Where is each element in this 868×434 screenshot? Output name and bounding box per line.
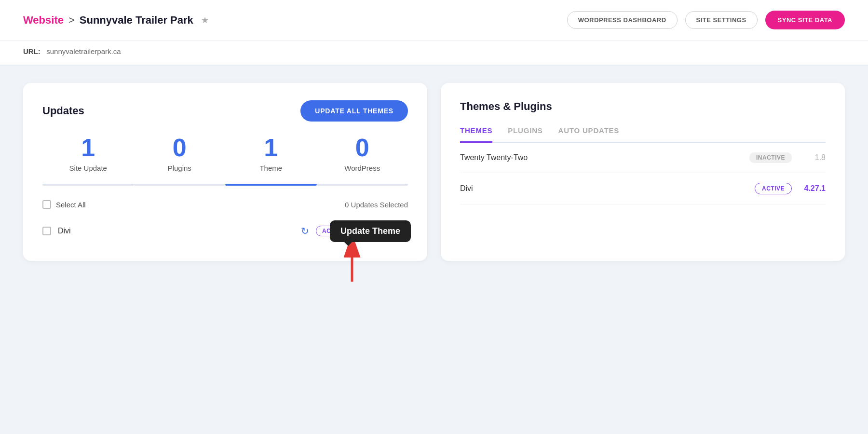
themes-tabs: THEMES PLUGINS AUTO UPDATES (460, 126, 826, 143)
stats-row: 1 Site Update 0 Plugins 1 Theme 0 WordPr… (42, 135, 408, 172)
breadcrumb-site-name: Sunnyvale Trailer Park (80, 14, 193, 27)
select-all-row: Select All (42, 200, 86, 209)
divi-checkbox[interactable] (42, 227, 51, 235)
refresh-wrapper: ↻ Update Theme (301, 225, 309, 237)
themes-card-header: Themes & Plugins (460, 100, 826, 113)
updates-selected-count: 0 Updates Selected (345, 201, 408, 209)
sync-site-data-button[interactable]: SYNC SITE DATA (765, 11, 845, 29)
themes-plugins-card: Themes & Plugins THEMES PLUGINS AUTO UPD… (441, 83, 845, 261)
breadcrumb-website[interactable]: Website (23, 14, 64, 27)
tab-indicator-wordpress (317, 184, 408, 186)
refresh-icon[interactable]: ↻ (301, 226, 309, 236)
tab-indicator-plugins (134, 184, 226, 186)
updates-title: Updates (42, 105, 84, 117)
theme-inactive-badge: INACTIVE (749, 152, 792, 163)
theme-divi-version: 4.27.1 (801, 184, 826, 193)
stat-site-update-label: Site Update (42, 164, 134, 172)
divi-name: Divi (58, 227, 294, 235)
stat-theme: 1 Theme (225, 135, 317, 172)
tab-themes[interactable]: THEMES (460, 126, 492, 143)
select-all-checkbox[interactable] (42, 200, 51, 209)
update-all-themes-button[interactable]: UPDATE ALL THEMES (300, 100, 408, 122)
stat-theme-number: 1 (225, 135, 317, 160)
theme-active-badge: ACTIVE (755, 183, 792, 194)
tab-auto-updates[interactable]: AUTO UPDATES (558, 126, 620, 143)
stat-plugins-number: 0 (134, 135, 226, 160)
stat-wordpress-label: WordPress (317, 164, 408, 172)
stat-theme-label: Theme (225, 164, 317, 172)
stat-wordpress-number: 0 (317, 135, 408, 160)
tab-indicator-theme (225, 184, 317, 186)
theme-twenty-twenty-two-name: Twenty Twenty-Two (460, 153, 749, 162)
tab-indicator-site-update (42, 184, 134, 186)
theme-divi-name: Divi (460, 184, 755, 193)
breadcrumb: Website > Sunnyvale Trailer Park ★ (23, 14, 209, 27)
updates-card: Updates UPDATE ALL THEMES 1 Site Update … (23, 83, 427, 261)
site-settings-button[interactable]: SITE SETTINGS (685, 11, 758, 29)
header-actions: WORDPRESS DASHBOARD SITE SETTINGS SYNC S… (567, 11, 845, 29)
url-label: URL: (23, 47, 41, 55)
select-all-label-text: Select All (56, 201, 86, 209)
stat-plugins-label: Plugins (134, 164, 226, 172)
theme-twenty-twenty-two-version: 1.8 (801, 153, 826, 162)
theme-row-twenty-twenty-two: Twenty Twenty-Two INACTIVE 1.8 (460, 143, 826, 173)
theme-row-divi: Divi ACTIVE 4.27.1 (460, 173, 826, 204)
plugin-row-divi: Divi ↻ Update Theme (42, 218, 408, 244)
updates-card-header: Updates UPDATE ALL THEMES (42, 100, 408, 122)
url-bar: URL: sunnyvaletrailerpark.ca (0, 41, 868, 66)
breadcrumb-separator: > (68, 14, 75, 27)
stat-plugins: 0 Plugins (134, 135, 226, 172)
tab-indicators (42, 184, 408, 186)
table-header: Select All 0 Updates Selected (42, 195, 408, 214)
favorite-icon[interactable]: ★ (201, 15, 209, 26)
header: Website > Sunnyvale Trailer Park ★ WORDP… (0, 0, 868, 41)
stat-wordpress: 0 WordPress (317, 135, 408, 172)
url-value: sunnyvaletrailerpark.ca (46, 47, 121, 55)
stat-site-update: 1 Site Update (42, 135, 134, 172)
main-content: Updates UPDATE ALL THEMES 1 Site Update … (0, 66, 868, 278)
tooltip-text: Update Theme (340, 226, 400, 236)
update-theme-tooltip: Update Theme (330, 220, 411, 242)
themes-card-title: Themes & Plugins (460, 100, 552, 113)
red-arrow (340, 241, 364, 286)
stat-site-update-number: 1 (42, 135, 134, 160)
tab-plugins[interactable]: PLUGINS (508, 126, 542, 143)
wordpress-dashboard-button[interactable]: WORDPRESS DASHBOARD (567, 11, 678, 29)
